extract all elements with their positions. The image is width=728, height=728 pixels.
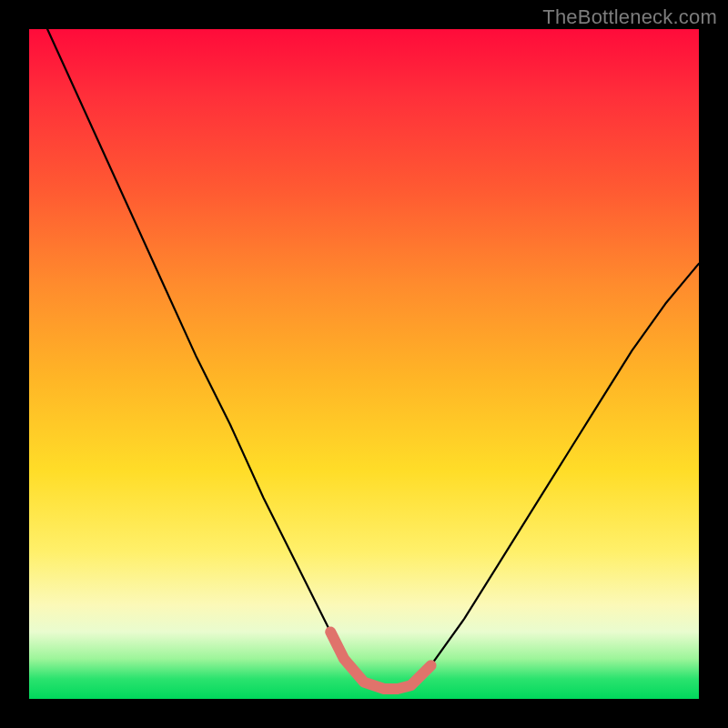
chart-frame: TheBottleneck.com: [0, 0, 728, 728]
watermark-text: TheBottleneck.com: [542, 5, 717, 29]
curve-layer: [29, 29, 699, 699]
plot-area: [29, 29, 699, 699]
bottleneck-curve: [29, 0, 699, 689]
sweet-spot-highlight: [330, 632, 430, 689]
